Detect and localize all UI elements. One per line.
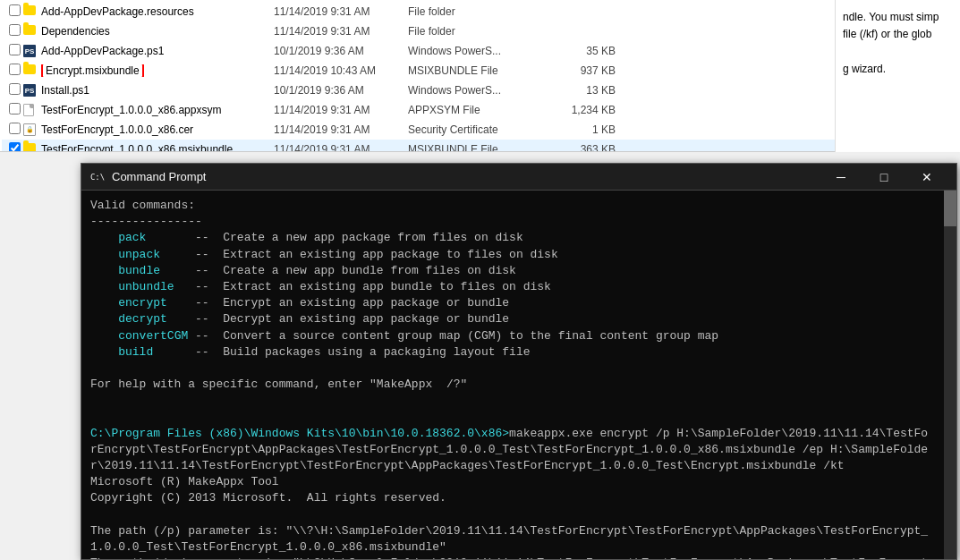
file-size: 35 KB — [551, 45, 623, 57]
file-name: TestForEncrypt_1.0.0.0_x86.cer — [41, 123, 274, 136]
file-name: Add-AppDevPackage.ps1 — [41, 45, 274, 57]
cmd-window-controls: ─ □ ✕ — [820, 164, 947, 191]
file-type: APPXSYM File — [408, 104, 551, 116]
folder-icon — [23, 25, 36, 35]
file-name: TestForEncrypt_1.0.0.0_x86.appxsym — [41, 104, 274, 116]
cmd-window-icon: C:\ — [90, 170, 105, 184]
note-panel: ndle. You must simp file (/kf) or the gl… — [835, 0, 960, 152]
file-row[interactable]: Dependencies11/14/2019 9:31 AMFile folde… — [2, 21, 958, 41]
folder-icon — [23, 5, 36, 15]
file-name: Encrypt.msixbundle — [41, 64, 274, 77]
file-row[interactable]: 🔒TestForEncrypt_1.0.0.0_x86.cer11/14/201… — [2, 120, 958, 140]
file-checkbox[interactable] — [9, 103, 21, 115]
cmd-window: C:\ Command Prompt ─ □ ✕ Valid commands:… — [81, 163, 957, 560]
file-date-modified: 11/14/2019 9:31 AM — [274, 104, 408, 116]
file-checkbox[interactable] — [9, 123, 21, 134]
file-icon — [23, 143, 41, 152]
cmd-titlebar: C:\ Command Prompt ─ □ ✕ — [81, 164, 956, 191]
file-icon: 🔒 — [23, 123, 41, 136]
file-date-modified: 10/1/2019 9:36 AM — [274, 84, 408, 97]
file-size: 1,234 KB — [551, 104, 623, 116]
file-date-modified: 11/14/2019 9:31 AM — [274, 123, 408, 136]
file-checkbox[interactable] — [9, 83, 21, 95]
file-name: Add-AppDevPackage.resources — [41, 5, 274, 18]
file-icon: PS — [23, 84, 41, 97]
file-checkbox[interactable] — [9, 24, 21, 36]
file-type: File folder — [408, 25, 551, 38]
file-name: TestForEncrypt_1.0.0.0_x86.msixbundle — [41, 143, 274, 152]
file-icon — [23, 25, 41, 38]
file-icon — [23, 104, 41, 116]
file-size: 13 KB — [551, 84, 623, 97]
file-row[interactable]: TestForEncrypt_1.0.0.0_x86.appxsym11/14/… — [2, 100, 958, 120]
file-checkbox[interactable] — [9, 64, 21, 75]
file-size: 363 KB — [551, 143, 623, 152]
file-name: Install.ps1 — [41, 84, 274, 97]
cmd-window-title: Command Prompt — [112, 170, 820, 183]
cmd-body: Valid commands: ---------------- pack --… — [81, 191, 956, 559]
file-type: Windows PowerS... — [408, 84, 551, 97]
file-type: MSIXBUNDLE File — [408, 64, 551, 77]
ps-icon: PS — [23, 45, 36, 57]
folder-icon — [23, 143, 36, 152]
note-text: ndle. You must simp file (/kf) or the gl… — [843, 11, 939, 75]
file-size: 937 KB — [551, 64, 623, 77]
file-date-modified: 11/14/2019 9:31 AM — [274, 25, 408, 38]
file-row[interactable]: PSAdd-AppDevPackage.ps110/1/2019 9:36 AM… — [2, 41, 958, 61]
file-type: Windows PowerS... — [408, 45, 551, 57]
file-row[interactable]: TestForEncrypt_1.0.0.0_x86.msixbundle11/… — [2, 140, 958, 152]
file-date-modified: 11/14/2019 10:43 AM — [274, 64, 408, 77]
file-icon — [23, 5, 41, 18]
cmd-minimize-button[interactable]: ─ — [820, 164, 862, 191]
cmd-scrollbar-thumb[interactable] — [944, 191, 956, 226]
folder-icon — [23, 64, 36, 74]
file-list: Add-AppDevPackage.resources11/14/2019 9:… — [0, 0, 960, 152]
cmd-scrollbar[interactable] — [944, 191, 956, 559]
file-type: Security Certificate — [408, 123, 551, 136]
file-size: 1 KB — [551, 123, 623, 136]
file-date-modified: 11/14/2019 9:31 AM — [274, 5, 408, 18]
file-type: MSIXBUNDLE File — [408, 143, 551, 152]
file-type: File folder — [408, 5, 551, 18]
file-date-modified: 11/14/2019 9:31 AM — [274, 143, 408, 152]
file-icon: PS — [23, 45, 41, 57]
ps-icon: PS — [23, 84, 36, 97]
file-checkbox[interactable] — [9, 142, 21, 152]
file-explorer: Add-AppDevPackage.resources11/14/2019 9:… — [0, 0, 960, 152]
file-checkbox[interactable] — [9, 44, 21, 55]
file-date-modified: 10/1/2019 9:36 AM — [274, 45, 408, 57]
file-icon — [23, 64, 41, 77]
file-row[interactable]: Add-AppDevPackage.resources11/14/2019 9:… — [2, 2, 958, 21]
cmd-restore-button[interactable]: □ — [863, 164, 905, 191]
cert-icon: 🔒 — [23, 123, 36, 136]
file-row[interactable]: Encrypt.msixbundle11/14/2019 10:43 AMMSI… — [2, 61, 958, 81]
generic-file-icon — [23, 104, 34, 116]
cmd-close-button[interactable]: ✕ — [906, 164, 947, 191]
cmd-content: Valid commands: ---------------- pack --… — [90, 198, 947, 559]
file-name: Dependencies — [41, 25, 274, 38]
file-row[interactable]: PSInstall.ps110/1/2019 9:36 AMWindows Po… — [2, 81, 958, 100]
file-checkbox[interactable] — [9, 4, 21, 16]
